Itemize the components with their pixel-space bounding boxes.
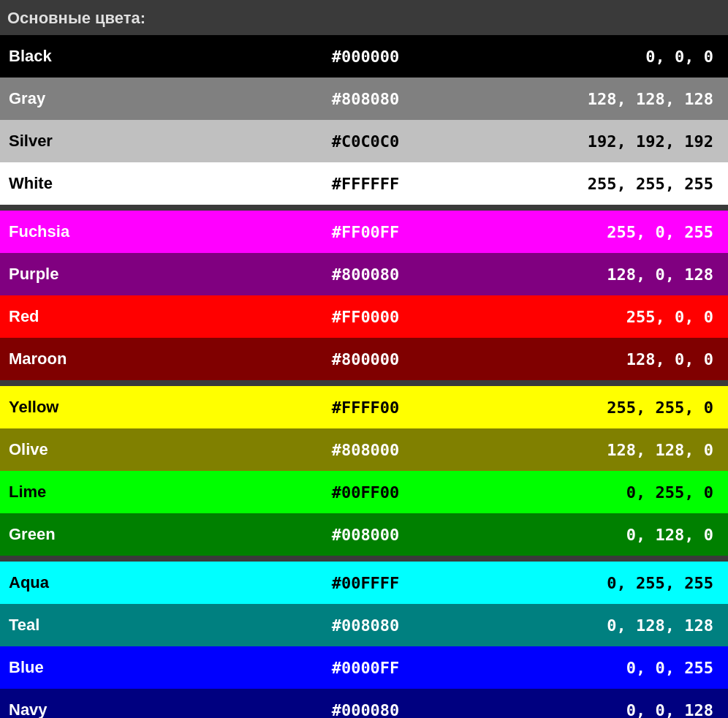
color-name: Aqua	[0, 562, 245, 604]
color-rgb: 0, 0, 0	[486, 35, 728, 78]
color-name: Purple	[0, 253, 245, 295]
table-row: Fuchsia#FF00FF255, 0, 255	[0, 211, 728, 253]
color-rgb: 255, 255, 0	[486, 386, 728, 428]
color-hex: #C0C0C0	[245, 120, 486, 162]
table-row: Gray#808080128, 128, 128	[0, 78, 728, 120]
color-name: Lime	[0, 471, 245, 513]
color-rgb: 0, 0, 128	[486, 689, 728, 718]
color-hex: #00FF00	[245, 471, 486, 513]
color-table: Black#0000000, 0, 0Gray#808080128, 128, …	[0, 35, 728, 718]
color-name: Fuchsia	[0, 211, 245, 253]
table-row: Maroon#800000128, 0, 0	[0, 338, 728, 380]
color-hex: #800000	[245, 338, 486, 380]
table-row: Aqua#00FFFF0, 255, 255	[0, 562, 728, 604]
color-rgb: 0, 128, 0	[486, 513, 728, 556]
color-rgb: 192, 192, 192	[486, 120, 728, 162]
table-row: Purple#800080128, 0, 128	[0, 253, 728, 295]
color-rgb: 255, 0, 0	[486, 295, 728, 338]
color-name: Black	[0, 35, 245, 78]
table-row: Green#0080000, 128, 0	[0, 513, 728, 556]
color-rgb: 128, 0, 0	[486, 338, 728, 380]
table-row: Teal#0080800, 128, 128	[0, 604, 728, 646]
table-row: Black#0000000, 0, 0	[0, 35, 728, 78]
color-hex: #008000	[245, 513, 486, 556]
color-name: Gray	[0, 78, 245, 120]
color-name: Navy	[0, 689, 245, 718]
color-hex: #FFFFFF	[245, 162, 486, 205]
color-name: Silver	[0, 120, 245, 162]
color-name: Maroon	[0, 338, 245, 380]
color-hex: #800080	[245, 253, 486, 295]
color-name: Yellow	[0, 386, 245, 428]
table-row: Lime#00FF000, 255, 0	[0, 471, 728, 513]
color-hex: #808080	[245, 78, 486, 120]
group-separator	[0, 380, 728, 386]
group-separator	[0, 556, 728, 562]
color-name: Blue	[0, 646, 245, 689]
table-row: Red#FF0000255, 0, 0	[0, 295, 728, 338]
color-rgb: 0, 0, 255	[486, 646, 728, 689]
color-hex: #FF00FF	[245, 211, 486, 253]
color-hex: #008080	[245, 604, 486, 646]
color-hex: #0000FF	[245, 646, 486, 689]
color-hex: #FFFF00	[245, 386, 486, 428]
color-rgb: 0, 128, 128	[486, 604, 728, 646]
color-name: Green	[0, 513, 245, 556]
table-row: Yellow#FFFF00255, 255, 0	[0, 386, 728, 428]
color-name: Red	[0, 295, 245, 338]
color-rgb: 0, 255, 255	[486, 562, 728, 604]
page-title: Основные цвета:	[0, 0, 728, 35]
color-rgb: 0, 255, 0	[486, 471, 728, 513]
table-row: Olive#808000128, 128, 0	[0, 428, 728, 471]
color-rgb: 128, 0, 128	[486, 253, 728, 295]
table-row: White#FFFFFF255, 255, 255	[0, 162, 728, 205]
color-hex: #FF0000	[245, 295, 486, 338]
color-rgb: 255, 255, 255	[486, 162, 728, 205]
color-name: White	[0, 162, 245, 205]
color-name: Olive	[0, 428, 245, 471]
color-hex: #808000	[245, 428, 486, 471]
table-row: Blue#0000FF0, 0, 255	[0, 646, 728, 689]
color-hex: #000080	[245, 689, 486, 718]
group-separator	[0, 205, 728, 211]
color-hex: #000000	[245, 35, 486, 78]
color-hex: #00FFFF	[245, 562, 486, 604]
color-name: Teal	[0, 604, 245, 646]
color-rgb: 255, 0, 255	[486, 211, 728, 253]
color-rgb: 128, 128, 128	[486, 78, 728, 120]
table-row: Silver#C0C0C0192, 192, 192	[0, 120, 728, 162]
table-row: Navy#0000800, 0, 128	[0, 689, 728, 718]
color-rgb: 128, 128, 0	[486, 428, 728, 471]
